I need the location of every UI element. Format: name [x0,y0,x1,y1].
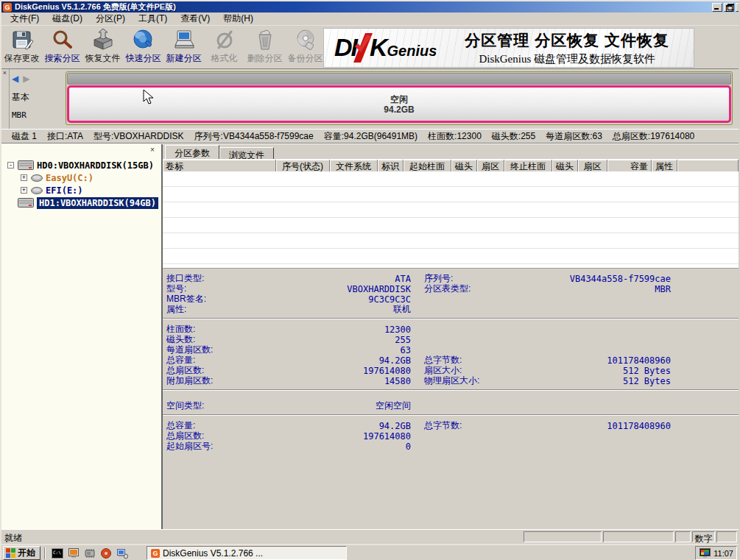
search-icon [51,28,74,52]
details-free-space-section: 总容量: 94.2GB 总字节数: 101178408960 总扇区数: 197… [163,416,739,455]
tree-item-easyu-label: EasyU(C:) [46,173,94,183]
free-bytes-value: 101178408960 [535,421,671,431]
tree-item-easyu[interactable]: + EasyU(C:) [1,171,161,184]
disk-sectors-per-track: 每道扇区数:63 [546,130,602,143]
menu-file[interactable]: 文件(F) [4,12,45,26]
col-end-head[interactable]: 磁头 [552,160,578,171]
col-id[interactable]: 标识 [378,160,404,171]
tree-item-efi[interactable]: + EFI(E:) [1,184,161,196]
menu-partition[interactable]: 分区(P) [90,12,131,26]
tree-item-hd1-label: HD1:VBOXHARDDISK(94GB) [37,197,158,209]
command-prompt-icon[interactable]: C:\ [52,547,63,559]
menu-help[interactable]: 帮助(H) [217,12,259,26]
col-start-sector[interactable]: 扇区 [477,160,504,171]
display-tray-icon[interactable] [700,548,711,559]
details-space-type-section: 空间类型: 空闲空间 [163,391,739,414]
start-button[interactable]: 开始 [3,546,40,560]
col-filler [677,160,739,171]
taskbar-divider [44,547,45,559]
backup-partition-icon [294,28,317,52]
free-space-label: 空闲 [390,94,408,104]
menu-view[interactable]: 查看(V) [175,12,216,26]
tree-close-icon[interactable]: × [148,146,157,155]
status-bar: 就绪 数字 [1,529,739,544]
diskgenius-logo: DI K Genius [334,33,437,63]
free-space-size: 94.2GB [384,104,414,115]
recover-files-button[interactable]: 恢复文件 [82,26,123,68]
search-partition-button[interactable]: 搜索分区 [42,26,82,68]
start-sector-label: 起始扇区号: [166,440,277,453]
window-title: DiskGenius V5.1.2.766 免费版(单文件PE版) [15,1,711,13]
disk-mode-basic-label: 基本 [12,91,63,104]
col-attributes[interactable]: 属性 [652,160,677,171]
minimize-button[interactable] [712,3,722,12]
backup-partition-button[interactable]: 备份分区 [285,26,325,68]
taskbar-app-button[interactable]: G DiskGenius V5.1.2.766 ... [147,546,347,560]
col-volume-label[interactable]: 卷标 [163,160,276,171]
clock[interactable]: 11:07 [713,549,734,558]
tree-item-hd1[interactable]: HD1:VBOXHARDDISK(94GB) [1,196,161,209]
disk-interface: 接口:ATA [47,130,83,143]
physical-sector-size-label: 物理扇区大小: [424,375,535,387]
total-capacity-value: 94.2GB [277,355,411,366]
col-filesystem[interactable]: 文件系统 [330,160,378,171]
tab-partition-params[interactable]: 分区参数 [165,145,219,159]
col-start-head[interactable]: 磁头 [451,160,477,171]
partition-icon [31,174,43,182]
menu-bar: 文件(F) 磁盘(D) 分区(P) 工具(T) 查看(V) 帮助(H) [1,13,739,26]
col-start-cylinder[interactable]: 起始柱面 [404,160,451,171]
delete-partition-button[interactable]: 删除分区 [244,26,285,68]
col-index-status[interactable]: 序号(状态) [276,160,330,171]
space-type-label: 空间类型: [166,400,277,412]
disk-layout-box: 空闲 94.2GB [66,71,733,125]
next-disk-arrow-icon[interactable]: ▶ [23,74,29,84]
display-settings-icon[interactable] [68,547,80,559]
system-tray: 11:07 [695,546,737,560]
tree-item-hd0[interactable]: - HD0:VBOXHARDDISK(15GB) [1,159,161,171]
col-end-sector[interactable]: 扇区 [578,160,607,171]
menu-disk[interactable]: 磁盘(D) [46,12,88,26]
expand-icon[interactable]: + [21,187,27,194]
col-end-cylinder[interactable]: 终止柱面 [504,160,552,171]
save-changes-button[interactable]: 保存更改 [1,26,42,68]
partition-icon [31,187,43,194]
toolbar: 保存更改 搜索分区 恢复文件 [1,26,739,69]
close-button[interactable] [736,3,739,12]
disk-layout-header[interactable] [67,73,731,85]
quick-partition-button[interactable]: 快速分区 [123,26,163,68]
disk-serial: 序列号:VB4344a558-f7599cae [194,130,314,143]
cylinders-value: 12300 [277,325,411,335]
partition-table-body[interactable] [163,171,739,268]
graph-panel-strip: × [1,69,10,129]
cd-burn-icon[interactable] [100,547,112,559]
quick-partition-icon [132,28,155,52]
sectors-per-track-value: 63 [277,345,411,355]
menu-tools[interactable]: 工具(T) [133,12,173,26]
expander-placeholder [7,199,14,206]
status-panel-1 [524,531,602,542]
graph-panel-close-icon[interactable]: × [1,70,8,77]
free-space-block[interactable]: 空闲 94.2GB [67,85,731,123]
tab-browse-files[interactable]: 浏览文件 [219,147,274,159]
free-sectors-value: 197614080 [277,431,411,442]
status-panel-2 [603,531,674,542]
collapse-icon[interactable]: - [7,162,14,169]
restore-button[interactable] [724,3,734,12]
prev-disk-arrow-icon[interactable]: ◀ [12,74,18,84]
recover-files-icon [91,28,115,52]
format-button[interactable]: 格式化 [204,26,244,68]
status-panel-5 [716,531,737,542]
expand-icon[interactable]: + [21,174,27,181]
title-bar[interactable]: G DiskGenius V5.1.2.766 免费版(单文件PE版) [1,1,739,13]
my-computer-icon[interactable] [116,547,128,559]
new-partition-label: 新建分区 [166,52,202,65]
banner-subline: DiskGenius 磁盘管理及数据恢复软件 [465,52,669,66]
disk-details-panel: 接口类型: ATA 序列号: VB4344a558-f7599cae 型号: V… [163,268,739,529]
col-capacity[interactable]: 容量 [607,160,652,171]
memory-chip-icon[interactable] [84,547,96,559]
new-partition-button[interactable]: 新建分区 [163,26,204,68]
quick-launch: C:\ [49,547,131,559]
windows-logo-icon [6,548,15,558]
details-geometry-section: 柱面数: 12300 磁头数: 255 每道扇区数: 63 总容量: 94.2G… [163,319,739,389]
cmd-icon-text: C:\ [53,550,61,555]
